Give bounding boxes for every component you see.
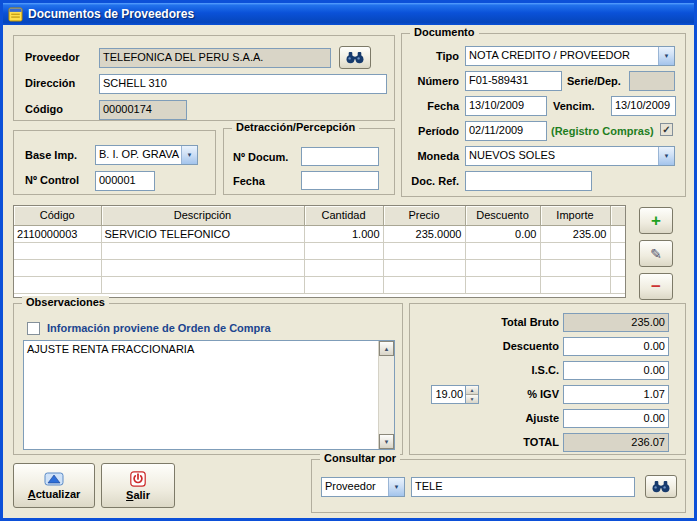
grid-row[interactable]: 2110000003 SERVICIO TELEFONICO 1.000 235… bbox=[14, 225, 626, 242]
grid-header-precio[interactable]: Precio bbox=[383, 206, 465, 225]
orden-compra-label: Información proviene de Orden de Compra bbox=[47, 322, 271, 334]
cell-codigo[interactable]: 2110000003 bbox=[14, 225, 101, 242]
actualizar-button[interactable]: Actualizar bbox=[13, 463, 95, 508]
serie-field bbox=[629, 71, 675, 91]
consultar-tipo-value: Proveedor bbox=[322, 478, 388, 496]
detraccion-fecha-field[interactable] bbox=[301, 171, 379, 190]
igv-label: % IGV bbox=[485, 388, 559, 400]
ndocum-label: Nº Docum. bbox=[233, 151, 288, 163]
consultar-tipo-select[interactable]: Proveedor ▼ bbox=[321, 477, 405, 497]
descuento-label: Descuento bbox=[423, 340, 559, 352]
grid-empty-row[interactable] bbox=[14, 242, 626, 259]
proveedor-search-button[interactable] bbox=[339, 46, 371, 69]
grid-header-descuento[interactable]: Descuento bbox=[465, 206, 540, 225]
cell-empty bbox=[540, 276, 610, 293]
tipo-value: NOTA CREDITO / PROVEEDOR bbox=[466, 47, 658, 65]
titlebar[interactable]: Documentos de Proveedores bbox=[3, 3, 694, 25]
cell-empty bbox=[383, 276, 465, 293]
registro-compras-label: (Registro Compras) bbox=[551, 125, 654, 137]
orden-compra-checkbox[interactable] bbox=[27, 322, 40, 335]
periodo-field[interactable]: 02/11/2009 bbox=[465, 121, 547, 141]
grid-header-descripcion[interactable]: Descripción bbox=[101, 206, 304, 225]
spin-down-icon[interactable]: ▼ bbox=[466, 395, 478, 403]
items-grid: Código Descripción Cantidad Precio Descu… bbox=[13, 205, 626, 298]
ajuste-label: Ajuste bbox=[423, 412, 559, 424]
cell-empty bbox=[465, 276, 540, 293]
scroll-up-icon[interactable]: ▲ bbox=[379, 341, 394, 356]
scroll-down-icon[interactable]: ▼ bbox=[379, 434, 394, 449]
ndocum-field[interactable] bbox=[301, 147, 379, 166]
actualizar-label: Actualizar bbox=[28, 488, 81, 500]
update-icon bbox=[44, 472, 64, 486]
cell-descripcion[interactable]: SERVICIO TELEFONICO bbox=[101, 225, 304, 242]
docref-field[interactable] bbox=[465, 171, 592, 191]
total-label: TOTAL bbox=[423, 436, 559, 448]
vencim-field[interactable]: 13/10/2009 bbox=[611, 96, 676, 116]
cell-empty bbox=[610, 242, 626, 259]
delete-row-button[interactable]: − bbox=[639, 273, 673, 300]
observaciones-textarea[interactable]: AJUSTE RENTA FRACCIONARIA ▲ ▼ bbox=[23, 340, 395, 450]
chevron-down-icon[interactable]: ▼ bbox=[388, 478, 404, 496]
chevron-down-icon[interactable]: ▼ bbox=[181, 146, 197, 164]
cell-empty bbox=[304, 242, 383, 259]
tipo-select[interactable]: NOTA CREDITO / PROVEEDOR ▼ bbox=[465, 46, 675, 66]
observaciones-text: AJUSTE RENTA FRACCIONARIA bbox=[27, 343, 376, 355]
grid-empty-row[interactable] bbox=[14, 259, 626, 276]
window-title: Documentos de Proveedores bbox=[28, 7, 194, 21]
ajuste-field[interactable]: 0.00 bbox=[563, 409, 669, 428]
igv-rate-spinner[interactable]: 19.00 ▲ ▼ bbox=[431, 385, 479, 404]
edit-row-button[interactable]: ✎ bbox=[639, 240, 673, 267]
descuento-field[interactable]: 0.00 bbox=[563, 337, 669, 356]
chevron-down-icon[interactable]: ▼ bbox=[658, 147, 674, 165]
doc-fecha-field[interactable]: 13/10/2009 bbox=[465, 96, 547, 116]
binoculars-icon bbox=[652, 480, 670, 493]
proveedor-field: TELEFONICA DEL PERU S.A.A. bbox=[99, 48, 331, 68]
direccion-field[interactable]: SCHELL 310 bbox=[99, 74, 387, 94]
minus-icon: − bbox=[651, 278, 661, 295]
cell-empty bbox=[304, 259, 383, 276]
cell-precio[interactable]: 235.0000 bbox=[383, 225, 465, 242]
cell-empty bbox=[383, 242, 465, 259]
grid-header-importe[interactable]: Importe bbox=[540, 206, 610, 225]
cell-cantidad[interactable]: 1.000 bbox=[304, 225, 383, 242]
serie-label: Serie/Dep. bbox=[567, 75, 621, 87]
grid-header-cantidad[interactable]: Cantidad bbox=[304, 206, 383, 225]
base-imp-select[interactable]: B. I. OP. GRAVA ▼ bbox=[95, 145, 198, 165]
observaciones-title: Observaciones bbox=[22, 296, 109, 308]
registro-compras-checkbox[interactable]: ✓ bbox=[660, 123, 673, 136]
numero-field[interactable]: F01-589431 bbox=[465, 71, 562, 91]
cell-blank bbox=[610, 225, 626, 242]
moneda-select[interactable]: NUEVOS SOLES ▼ bbox=[465, 146, 675, 166]
spin-up-icon[interactable]: ▲ bbox=[466, 386, 478, 395]
app-window: Documentos de Proveedores Proveedor TELE… bbox=[0, 0, 697, 521]
plus-icon: + bbox=[651, 212, 661, 229]
power-icon bbox=[130, 471, 146, 487]
detraccion-title: Detracción/Percepción bbox=[232, 121, 359, 133]
numero-label: Número bbox=[401, 75, 459, 87]
cell-importe[interactable]: 235.00 bbox=[540, 225, 610, 242]
observaciones-scrollbar[interactable]: ▲ ▼ bbox=[378, 341, 394, 449]
consultar-text-field[interactable]: TELE bbox=[411, 477, 635, 497]
cell-empty bbox=[610, 259, 626, 276]
codigo-field: 00000174 bbox=[99, 100, 187, 120]
cell-empty bbox=[304, 276, 383, 293]
proveedor-label: Proveedor bbox=[25, 51, 79, 63]
isc-field[interactable]: 0.00 bbox=[563, 361, 669, 380]
consultar-search-button[interactable] bbox=[645, 475, 677, 498]
cell-empty bbox=[14, 259, 101, 276]
control-field[interactable]: 000001 bbox=[95, 171, 155, 191]
cell-descuento[interactable]: 0.00 bbox=[465, 225, 540, 242]
total-bruto-field: 235.00 bbox=[563, 313, 669, 332]
codigo-label: Código bbox=[25, 103, 63, 115]
docref-label: Doc. Ref. bbox=[401, 175, 459, 187]
grid-header-codigo[interactable]: Código bbox=[14, 206, 101, 225]
salir-button[interactable]: Salir bbox=[101, 463, 175, 508]
chevron-down-icon[interactable]: ▼ bbox=[658, 47, 674, 65]
total-field: 236.07 bbox=[563, 433, 669, 452]
igv-field[interactable]: 1.07 bbox=[563, 385, 669, 404]
cell-empty bbox=[101, 276, 304, 293]
cell-empty bbox=[465, 242, 540, 259]
grid-header-row: Código Descripción Cantidad Precio Descu… bbox=[14, 206, 626, 225]
grid-empty-row[interactable] bbox=[14, 276, 626, 293]
add-row-button[interactable]: + bbox=[639, 207, 673, 234]
